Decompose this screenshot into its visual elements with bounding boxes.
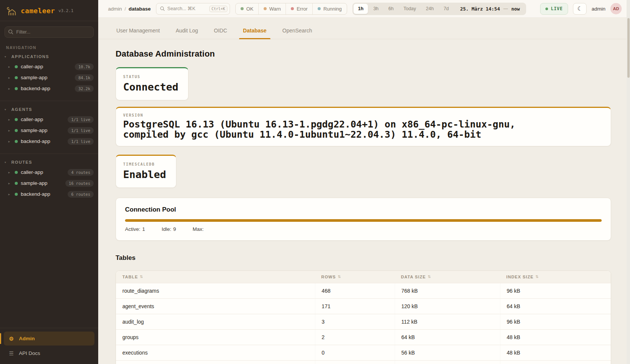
- sidebar-section-header[interactable]: ▾ AGENTS: [0, 105, 98, 114]
- sidebar-section-header[interactable]: ▾ ROUTES: [0, 158, 98, 167]
- sidebar-item-caller-app[interactable]: ▸ caller-app 1/1 live: [0, 114, 98, 125]
- breadcrumb-admin[interactable]: admin: [108, 6, 122, 12]
- pool-stat: Max:: [193, 226, 205, 232]
- table-cell: audit_log: [116, 314, 315, 329]
- table-cell: 768 kB: [395, 283, 500, 298]
- app-logo[interactable]: cameleer v3.2.1: [0, 0, 98, 21]
- sidebar-section-items: ▸ caller-app 1/1 live ▸ sample-app 1/1 l…: [0, 114, 98, 147]
- sidebar-item-backend-app[interactable]: ▸ backend-app 1/1 live: [0, 136, 98, 147]
- live-dot-icon: [545, 8, 548, 10]
- status-dot-icon: [15, 118, 18, 121]
- status-filter-label: Error: [296, 6, 307, 12]
- tab-opensearch[interactable]: OpenSearch: [279, 24, 316, 39]
- status-filter-error[interactable]: Error: [286, 3, 312, 14]
- status-dot-icon: [291, 7, 294, 10]
- status-filter-ok[interactable]: OK: [236, 3, 258, 14]
- status-dot-icon: [264, 7, 267, 10]
- table-cell: 48 kB: [395, 361, 500, 364]
- camel-icon: [6, 6, 17, 16]
- sidebar-item-sample-app[interactable]: ▸ sample-app 84.1k: [0, 72, 98, 83]
- time-range-3h[interactable]: 3h: [369, 4, 383, 14]
- sidebar-item-backend-app[interactable]: ▸ backend-app 6 routes: [0, 189, 98, 200]
- table-row-user_groups[interactable]: user_groups148 kB32 kB: [116, 360, 611, 364]
- sidebar-item-badge: 1/1 live: [68, 138, 94, 145]
- status-filter-warn[interactable]: Warn: [258, 3, 286, 14]
- table-row-route_diagrams[interactable]: route_diagrams468768 kB96 kB: [116, 283, 611, 298]
- status-dot-icon: [15, 65, 18, 68]
- tables-table: TABLE ⇅ ROWS ⇅ DATA SIZE ⇅ INDEX SIZE ⇅ …: [116, 270, 611, 364]
- time-range-7d[interactable]: 7d: [439, 4, 453, 14]
- topbar-right: LIVE ☾ admin AD: [540, 3, 622, 15]
- table-cell: 64 kB: [395, 330, 500, 345]
- tab-database[interactable]: Database: [239, 24, 270, 39]
- status-filter-label: Running: [323, 6, 341, 12]
- time-span-dash: —: [503, 6, 508, 11]
- table-row-groups[interactable]: groups264 kB48 kB: [116, 329, 611, 345]
- time-range-group: 1h3h6hToday24h7d: [354, 4, 454, 14]
- sidebar-item-badge: 16 routes: [65, 180, 94, 187]
- sidebar-section-items: ▸ caller-app 4 routes ▸ sample-app 16 ro…: [0, 167, 98, 200]
- time-range-today[interactable]: Today: [399, 4, 420, 14]
- pool-stat-label: Max:: [193, 226, 204, 232]
- sidebar-section-header[interactable]: ▾ APPLICATIONS: [0, 52, 98, 61]
- live-badge[interactable]: LIVE: [540, 3, 568, 15]
- global-search[interactable]: Ctrl+K: [156, 3, 230, 15]
- sidebar-item-label: sample-app: [21, 75, 72, 80]
- sidebar-item-label: caller-app: [21, 117, 65, 122]
- sidebar-item-backend-app[interactable]: ▸ backend-app 32.2k: [0, 83, 98, 94]
- sidebar-item-sample-app[interactable]: ▸ sample-app 1/1 live: [0, 125, 98, 136]
- sidebar-filter-input[interactable]: [5, 26, 94, 38]
- chevron-right-icon: ▸: [8, 129, 12, 132]
- chevron-right-icon: ▸: [8, 87, 12, 91]
- table-column-label: ROWS: [321, 275, 336, 279]
- sidebar-item-caller-app[interactable]: ▸ caller-app 4 routes: [0, 167, 98, 178]
- scrollbar-thumb[interactable]: [627, 18, 630, 78]
- global-search-input[interactable]: [167, 6, 207, 11]
- sidebar-item-label: backend-app: [21, 138, 65, 144]
- table-cell: 64 kB: [500, 299, 611, 314]
- table-column-table[interactable]: TABLE ⇅: [116, 271, 315, 283]
- time-range-1h[interactable]: 1h: [354, 4, 368, 14]
- status-filter-running[interactable]: Running: [312, 3, 346, 14]
- time-span-display[interactable]: 25. März 14:54 — now: [454, 6, 525, 12]
- app-version: v3.2.1: [59, 8, 74, 13]
- table-header-row: TABLE ⇅ ROWS ⇅ DATA SIZE ⇅ INDEX SIZE ⇅: [116, 271, 611, 283]
- status-dot-icon: [318, 7, 321, 10]
- moon-icon: ☾: [577, 5, 582, 12]
- time-range-6h[interactable]: 6h: [384, 4, 398, 14]
- table-column-data-size[interactable]: DATA SIZE ⇅: [395, 271, 500, 283]
- table-column-rows[interactable]: ROWS ⇅: [315, 271, 395, 283]
- tab-audit-log[interactable]: Audit Log: [172, 24, 202, 39]
- status-card-label: STATUS: [123, 75, 178, 79]
- sort-icon: ⇅: [536, 275, 539, 279]
- chevron-right-icon: ▸: [8, 192, 12, 196]
- table-row-audit_log[interactable]: audit_log3112 kB96 kB: [116, 314, 611, 329]
- table-cell: 96 kB: [500, 283, 611, 298]
- table-column-index-size[interactable]: INDEX SIZE ⇅: [500, 271, 611, 283]
- table-row-agent_events[interactable]: agent_events171120 kB64 kB: [116, 298, 611, 314]
- breadcrumb-separator: /: [125, 6, 126, 12]
- table-row-executions[interactable]: executions056 kB48 kB: [116, 345, 611, 360]
- table-cell: user_groups: [116, 361, 315, 364]
- theme-toggle-button[interactable]: ☾: [573, 3, 587, 15]
- tab-oidc[interactable]: OIDC: [210, 24, 231, 39]
- sidebar-filter: [5, 26, 94, 38]
- time-range-24h[interactable]: 24h: [422, 4, 439, 14]
- sidebar-item-api-docs[interactable]: ☰ API Docs: [4, 346, 94, 360]
- tab-user-management[interactable]: User Management: [113, 24, 164, 39]
- sidebar-item-badge: 1/1 live: [68, 116, 94, 123]
- status-filter-label: OK: [246, 6, 253, 12]
- search-icon: [8, 29, 14, 35]
- page-content: Database Administration STATUS Connected…: [98, 39, 630, 364]
- avatar[interactable]: AD: [610, 3, 622, 14]
- sidebar-item-badge: 6 routes: [68, 191, 94, 198]
- sidebar-item-sample-app[interactable]: ▸ sample-app 16 routes: [0, 178, 98, 189]
- sidebar-item-admin[interactable]: ⚙ Admin: [4, 332, 94, 346]
- sidebar-item-badge: 4 routes: [68, 169, 94, 176]
- sidebar-item-label: sample-app: [21, 127, 65, 133]
- sidebar-item-caller-app[interactable]: ▸ caller-app 10.7k: [0, 61, 98, 72]
- page-scrollbar[interactable]: [627, 0, 630, 364]
- sidebar-item-label: caller-app: [21, 169, 65, 175]
- chevron-down-icon: ▾: [5, 55, 8, 58]
- pool-progress-fill: [125, 219, 602, 222]
